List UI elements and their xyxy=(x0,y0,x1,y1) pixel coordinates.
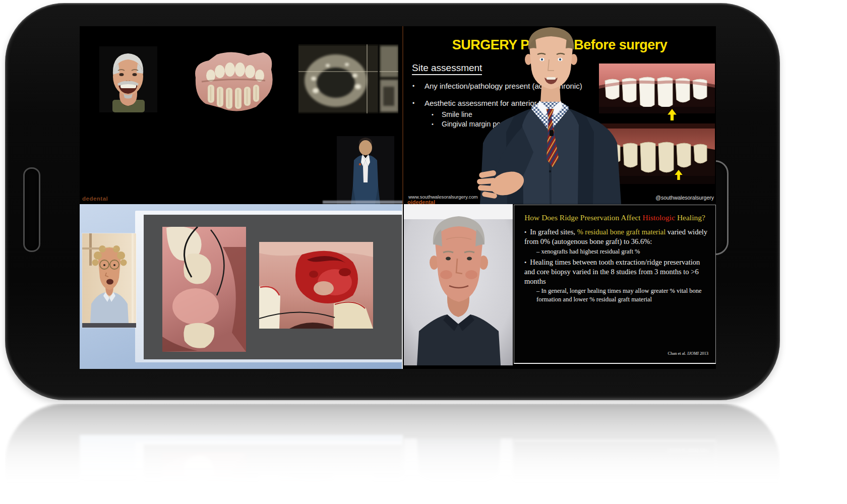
video-tile-ridge-discussion: How Does Ridge Preservation Affect Histo… xyxy=(402,204,716,369)
bullet-icon: • xyxy=(432,121,442,127)
bullet-icon: • xyxy=(412,83,425,90)
video-tile-clinical-photos xyxy=(80,204,402,369)
ridge-sub-bullet: – In general, longer healing times may a… xyxy=(536,287,709,303)
video-tile-case-overview: dedental xyxy=(80,26,403,204)
reflection-fade xyxy=(5,404,780,504)
participant-webcam-illustration xyxy=(82,233,136,328)
watermark-social-handle: @southwalesoralsurgery xyxy=(655,195,714,201)
video-wall-screen: dedental SURGERY PHASE: Before surgery S… xyxy=(80,26,716,369)
arrow-up-glyph xyxy=(668,109,677,120)
phone-speaker-slot[interactable] xyxy=(23,167,40,252)
ridge-bullet: •Healing times between tooth extraction/… xyxy=(524,258,709,286)
phone-reflection: dedental SURGERY PHASE: Before surgery S… xyxy=(5,404,780,504)
participant-webcam-video xyxy=(404,204,513,365)
surgical-site-photo xyxy=(259,242,373,329)
watermark-brand: oidedental xyxy=(407,199,435,204)
intraoral-buccal-photo xyxy=(162,227,246,352)
watermark-dedental: dedental xyxy=(82,196,108,202)
cbct-scan-image xyxy=(298,44,398,113)
yellow-arrow-icon xyxy=(668,109,677,120)
smiling-patient-illustration xyxy=(99,46,157,112)
ridge-slide-body: •In grafted sites, % residual bone graft… xyxy=(524,227,709,305)
ridge-bullet: •In grafted sites, % residual bone graft… xyxy=(524,227,709,246)
intraoral-photo-illustration xyxy=(162,227,246,352)
digital-dental-scan-image xyxy=(187,46,278,117)
presenter-standing-video xyxy=(328,134,403,204)
phone-device: dedental SURGERY PHASE: Before surgery S… xyxy=(5,3,780,400)
cbct-illustration xyxy=(298,44,398,113)
bullet-icon: • xyxy=(524,259,530,266)
surgical-site-illustration xyxy=(259,242,373,329)
arrow-up-glyph xyxy=(675,170,683,180)
site-assessment-heading: Site assessment xyxy=(412,62,482,75)
dental-scan-illustration xyxy=(187,46,278,117)
page-background: dedental SURGERY PHASE: Before surgery S… xyxy=(0,0,847,504)
bullet-icon: • xyxy=(524,229,530,236)
ridge-preservation-slide: How Does Ridge Preservation Affect Histo… xyxy=(514,205,716,364)
slide-citation: Chan et al. IJOMI 2013 xyxy=(668,351,709,356)
standing-presenter-illustration xyxy=(328,134,403,204)
video-tile-surgery-lecture: SURGERY PHASE: Before surgery Site asses… xyxy=(403,26,716,204)
participant-webcam-illustration xyxy=(404,204,513,365)
floor-strip xyxy=(323,201,403,204)
ridge-sub-bullet: – xenografts had highest residual graft … xyxy=(536,247,709,256)
bullet-icon: • xyxy=(432,111,442,117)
participant-webcam-video xyxy=(82,233,136,328)
surgeon-presenter-video xyxy=(475,26,625,204)
bullet-text: Smile line xyxy=(442,110,472,118)
surgeon-presenter-illustration xyxy=(475,26,625,204)
yellow-arrow-icon xyxy=(675,170,683,180)
slide-sub-bullet: •Smile line xyxy=(432,110,472,118)
smiling-patient-photo xyxy=(99,46,157,112)
bullet-icon: • xyxy=(412,100,425,107)
ridge-slide-title: How Does Ridge Preservation Affect Histo… xyxy=(514,213,715,222)
